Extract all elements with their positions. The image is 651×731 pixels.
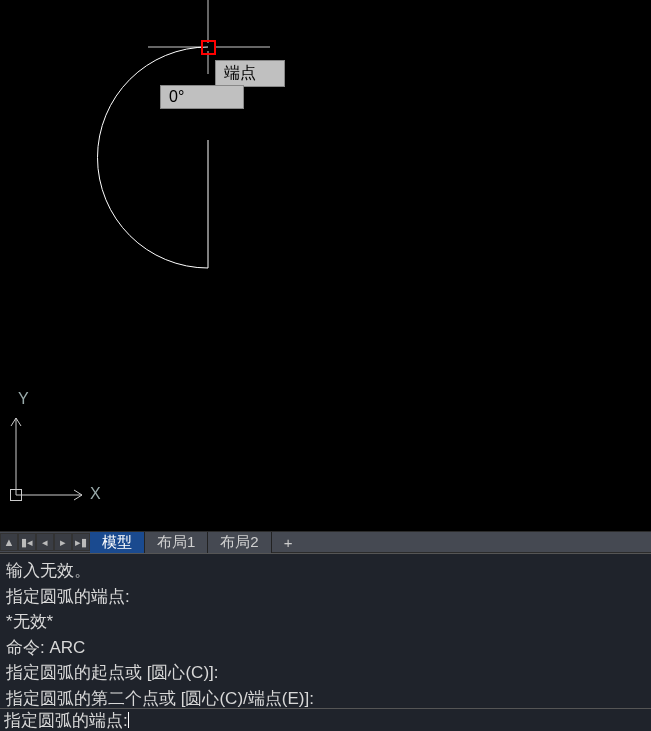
history-line: 指定圆弧的起点或 [圆心(C)]: <box>6 660 645 686</box>
tab-add-button[interactable]: + <box>272 534 305 551</box>
ucs-origin-box <box>10 489 22 501</box>
ucs-y-label: Y <box>18 390 29 408</box>
history-line: *无效* <box>6 609 645 635</box>
history-line: 输入无效。 <box>6 558 645 584</box>
command-line[interactable]: 指定圆弧的端点: <box>0 708 651 731</box>
endpoint-snap-marker <box>201 40 216 55</box>
tab-model[interactable]: 模型 <box>90 532 145 553</box>
tab-nav-next[interactable]: ▸ <box>54 533 72 551</box>
canvas-graphics <box>0 0 651 531</box>
layout-tab-bar: ▲ ▮◂ ◂ ▸ ▸▮ 模型 布局1 布局2 + <box>0 531 651 553</box>
history-up-arrow[interactable]: ▲ <box>0 533 18 551</box>
history-line: 指定圆弧的端点: <box>6 584 645 610</box>
tab-nav-prev[interactable]: ◂ <box>36 533 54 551</box>
tab-layout2[interactable]: 布局2 <box>208 532 271 553</box>
command-history[interactable]: 输入无效。 指定圆弧的端点: *无效* 命令: ARC 指定圆弧的起点或 [圆心… <box>0 553 651 708</box>
ucs-x-label: X <box>90 485 101 503</box>
tab-nav-last[interactable]: ▸▮ <box>72 533 90 551</box>
tab-nav-first[interactable]: ▮◂ <box>18 533 36 551</box>
command-prompt: 指定圆弧的端点: <box>4 709 128 732</box>
command-input[interactable] <box>131 711 647 729</box>
history-line: 命令: ARC <box>6 635 645 661</box>
tab-layout1[interactable]: 布局1 <box>145 532 208 553</box>
drawing-canvas[interactable]: 端点 0° Y X <box>0 0 651 531</box>
snap-tooltip: 端点 <box>215 60 285 87</box>
angle-tooltip: 0° <box>160 85 244 109</box>
text-cursor <box>128 712 129 728</box>
